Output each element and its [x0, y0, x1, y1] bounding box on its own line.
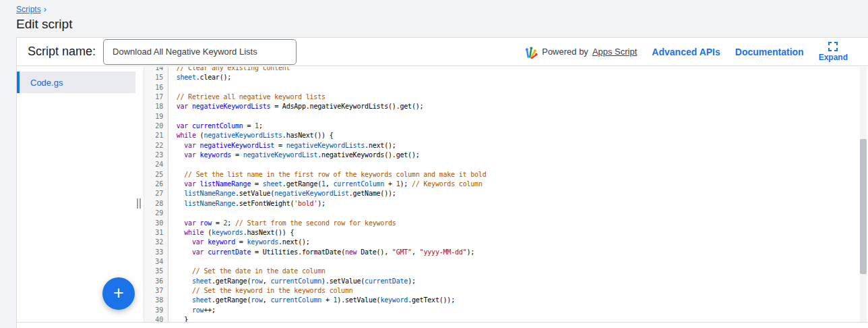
code-line: // Set the list name in the first row of…: [168, 170, 860, 180]
line-numbers: 1415161718192021222324252627282930313233…: [144, 67, 168, 322]
code-line: var currentColumn = 1;: [168, 121, 860, 131]
code-line: [168, 257, 860, 267]
sidebar-item-code-gs[interactable]: Code.gs: [17, 72, 135, 93]
code-line: var listNameRange = sheet.getRange(1, cu…: [168, 180, 860, 189]
code-line: [168, 112, 860, 121]
line-number: 30: [144, 219, 168, 228]
line-number: 19: [144, 112, 168, 121]
line-number: 21: [144, 131, 168, 140]
breadcrumb: Scripts›: [16, 4, 46, 14]
code-line: while (keywords.hasNext()) {: [168, 228, 860, 238]
card-header: Script name: Powered by Apps Sc: [17, 38, 868, 66]
documentation-link[interactable]: Documentation: [735, 47, 804, 57]
code-line: row++;: [168, 306, 860, 315]
code-line: var negativeKeywordLists = AdsApp.negati…: [168, 102, 860, 111]
script-name-label: Script name:: [28, 45, 96, 59]
line-number: 39: [144, 306, 168, 315]
scrollbar-thumb[interactable]: [860, 139, 867, 274]
powered-by-label: Powered by: [542, 47, 588, 57]
line-number: 27: [144, 189, 168, 198]
line-number: 31: [144, 228, 168, 238]
code-line: sheet.getRange(row, currentColumn + 1).s…: [168, 296, 860, 305]
editor-card: Script name: Powered by Apps Sc: [16, 37, 868, 328]
line-number-gutter: 1415161718192021222324252627282930313233…: [144, 67, 168, 322]
card-footer: [17, 323, 868, 328]
advanced-apis-link[interactable]: Advanced APIs: [652, 47, 720, 57]
code-line: sheet.getRange(row, currentColumn).setVa…: [168, 277, 860, 286]
line-number: 15: [144, 73, 168, 82]
breadcrumb-link-scripts[interactable]: Scripts: [16, 5, 41, 14]
add-script-fab[interactable]: +: [102, 277, 135, 310]
apps-script-logo-icon: [524, 45, 538, 59]
line-number: 23: [144, 151, 168, 160]
code-line: [168, 83, 860, 92]
code-pane[interactable]: // Clear any existing content sheet.clea…: [168, 67, 860, 322]
editor-area: Code.gs 14151617181920212223242526272829…: [17, 67, 868, 323]
header-actions: Powered by Apps Script Advanced APIs Doc…: [524, 42, 868, 62]
line-number: 25: [144, 170, 168, 180]
code-line: var negativeKeywordList = negativeKeywor…: [168, 141, 860, 151]
plus-icon: +: [113, 284, 124, 302]
powered-by: Powered by Apps Script: [524, 45, 637, 59]
code-line: // Retrieve all negative keyword lists: [168, 92, 860, 102]
code-line: // Clear any existing content: [168, 67, 860, 73]
code-line: // Set the keyword in the keywords colum…: [168, 286, 860, 296]
line-number: 37: [144, 286, 168, 296]
sidebar-resize-handle[interactable]: [137, 198, 141, 209]
line-number: 28: [144, 199, 168, 209]
line-number: 26: [144, 180, 168, 189]
editor-scrollbar[interactable]: [860, 67, 867, 322]
file-name-label: Code.gs: [30, 78, 63, 88]
line-number: 34: [144, 257, 168, 267]
line-number: 17: [144, 92, 168, 102]
breadcrumb-chevron-icon: ›: [44, 4, 46, 14]
code-editor[interactable]: 1415161718192021222324252627282930313233…: [144, 67, 860, 322]
line-number: 24: [144, 160, 168, 169]
line-number: 33: [144, 248, 168, 257]
script-name-input[interactable]: [103, 39, 297, 65]
line-number: 35: [144, 267, 168, 276]
line-number: 14: [144, 67, 168, 73]
line-number: 16: [144, 83, 168, 92]
code-line: var keywords = negativeKeywordList.negat…: [168, 151, 860, 160]
line-number: 36: [144, 277, 168, 286]
code-line: [168, 160, 860, 169]
line-number: 40: [144, 315, 168, 322]
line-number: 22: [144, 141, 168, 151]
apps-script-link[interactable]: Apps Script: [592, 47, 637, 57]
code-line: listNameRange.setFontWeight('bold');: [168, 199, 860, 209]
expand-icon: [828, 42, 838, 51]
code-line: listNameRange.setValue(negativeKeywordLi…: [168, 189, 860, 198]
line-number: 29: [144, 209, 168, 218]
expand-button[interactable]: Expand: [819, 42, 848, 62]
code-line: while (negativeKeywordLists.hasNext()) {: [168, 131, 860, 140]
code-line: [168, 209, 860, 218]
line-number: 32: [144, 238, 168, 247]
code-line: sheet.clear();: [168, 73, 860, 82]
code-line: var row = 2; // Start from the second ro…: [168, 219, 860, 228]
page-title: Edit script: [16, 17, 72, 32]
expand-label: Expand: [819, 53, 848, 62]
line-number: 38: [144, 296, 168, 305]
code-content: // Clear any existing content sheet.clea…: [168, 67, 860, 322]
code-line: var currentDate = Utilities.formatDate(n…: [168, 248, 860, 257]
code-line: }: [168, 315, 860, 322]
code-line: var keyword = keywords.next();: [168, 238, 860, 247]
code-line: // Set the date in the date column: [168, 267, 860, 276]
line-number: 18: [144, 102, 168, 111]
line-number: 20: [144, 121, 168, 131]
